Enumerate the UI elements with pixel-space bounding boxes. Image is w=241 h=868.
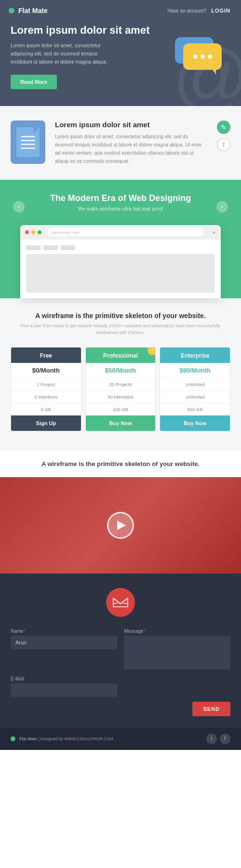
feature-title: Lorem ipsum dolor sit amet <box>55 120 207 129</box>
browser-dot-yellow <box>31 230 35 234</box>
email-input[interactable] <box>11 683 117 697</box>
pricing-feature-free-2: 5 Members <box>11 390 81 403</box>
footer-facebook-button[interactable]: f <box>220 734 230 744</box>
pricing-header-professional: Professional ✓ <box>86 347 156 363</box>
name-required-star: * <box>24 628 26 634</box>
feature-edit-button[interactable]: ✎ <box>217 120 230 134</box>
pricing-section: A wireframe is the primitive skeleton of… <box>0 298 241 451</box>
wireframe-text: A wireframe is the primitive skeleton of… <box>11 460 230 467</box>
designing-title: The Modern Era of Web Designing <box>29 193 212 203</box>
chat-dot-5 <box>201 54 205 59</box>
pricing-subtitle: Pick a plan from below to get started! A… <box>11 322 230 336</box>
browser-nav-item-2 <box>43 245 58 250</box>
hero-illustration <box>168 35 230 78</box>
mail-icon <box>112 597 129 608</box>
doc-page <box>16 127 40 157</box>
doc-lines <box>21 136 35 151</box>
pricing-name-free: Free <box>40 352 52 359</box>
name-input[interactable] <box>11 636 117 649</box>
hero-description: Lorem ipsum dolor sit amet, consectetur … <box>11 41 112 66</box>
pricing-feature-pro-2: 50 Members <box>86 390 156 403</box>
login-button[interactable]: LOGIN <box>211 8 230 13</box>
feature-icon <box>11 120 45 164</box>
email-label: E-Mail <box>11 676 117 681</box>
footer-twitter-button[interactable]: t <box>206 734 217 744</box>
pricing-feature-free-3: 5 GB <box>11 403 81 415</box>
logo-dot <box>9 8 14 13</box>
hero-cta-button[interactable]: Read More <box>11 75 57 89</box>
pricing-price-professional: $50/Month <box>86 363 156 378</box>
pricing-name-professional: Professional <box>103 352 138 359</box>
pricing-btn-enterprise[interactable]: Buy Now <box>160 415 230 431</box>
nav-right: Have an account? LOGIN <box>168 8 230 13</box>
pricing-card-professional: Professional ✓ $50/Month 20 Projects 50 … <box>85 347 156 431</box>
browser-plus-icon: + <box>212 228 216 236</box>
message-required-star: * <box>144 628 146 634</box>
chat-dot-6 <box>208 54 212 59</box>
form-group-empty <box>124 676 230 697</box>
footer: Flat Mate | Designed by WWW.CSSAUTHOR.CO… <box>0 728 241 750</box>
message-label: Message* <box>124 628 230 634</box>
form-group-message: Message* <box>124 628 230 671</box>
contact-icon-wrap <box>11 588 230 617</box>
doc-line-3 <box>21 144 35 145</box>
form-row-email: E-Mail <box>11 676 230 697</box>
footer-social-links: t f <box>206 734 230 744</box>
play-triangle-icon <box>117 521 126 530</box>
footer-logo-text: Flat Mate | Designed by WWW.CSSAUTHOR.CO… <box>19 736 113 741</box>
pricing-header-enterprise: Enterprise <box>160 347 230 363</box>
send-button[interactable]: SEND <box>192 702 230 716</box>
footer-left: Flat Mate | Designed by WWW.CSSAUTHOR.CO… <box>11 736 113 741</box>
pricing-feature-ent-1: Unlimited <box>160 378 230 390</box>
designing-center: The Modern Era of Web Designing We make … <box>25 193 216 220</box>
contact-section: Name* Message* E-Mail SEND <box>0 574 241 728</box>
pricing-card-enterprise: Enterprise $90/Month Unlimited Unlimited… <box>160 347 230 431</box>
chat-bubbles-icon <box>173 35 226 78</box>
video-play-button[interactable] <box>107 512 134 539</box>
contact-form: Name* Message* E-Mail SEND <box>11 628 230 716</box>
chat-bubble-yellow <box>183 43 222 70</box>
form-group-email: E-Mail <box>11 676 117 697</box>
browser-url-text: squarethon.com <box>52 230 79 235</box>
hero-title: Lorem ipsum dolor sit amet <box>11 24 168 37</box>
login-prompt: Have an account? <box>168 8 207 13</box>
pricing-feature-ent-3: 500 GB <box>160 403 230 415</box>
hero-text: Lorem ipsum dolor sit amet Lorem ipsum d… <box>11 24 168 89</box>
chat-dot-4 <box>193 54 198 59</box>
browser-dot-red <box>25 230 29 234</box>
chat-bubble-tail <box>212 69 216 75</box>
doc-line-2 <box>21 140 35 141</box>
form-submit-row: SEND <box>11 702 230 716</box>
feature-text: Lorem ipsum dolor sit amet Lorem ipsum d… <box>55 120 207 165</box>
feature-link-button[interactable]: f <box>217 138 230 151</box>
hero-content: Lorem ipsum dolor sit amet Lorem ipsum d… <box>0 19 241 104</box>
pricing-feature-pro-1: 20 Projects <box>86 378 156 390</box>
wireframe-text-section: A wireframe is the primitive skeleton of… <box>0 451 241 477</box>
browser-mockup: squarethon.com + <box>20 225 221 298</box>
browser-url-bar[interactable]: squarethon.com <box>48 228 204 236</box>
browser-body <box>20 240 221 298</box>
pricing-btn-free[interactable]: Sign Up <box>11 415 81 431</box>
hero-section: @ Flat Mate Have an account? LOGIN Lorem… <box>0 0 241 106</box>
pricing-price-free: $0/Month <box>11 363 81 378</box>
browser-dot-green <box>38 230 41 234</box>
pricing-badge-professional: ✓ <box>147 347 156 355</box>
pricing-name-enterprise: Enterprise <box>181 352 209 359</box>
designing-section: ‹ The Modern Era of Web Designing We mak… <box>0 180 241 298</box>
carousel-prev-button[interactable]: ‹ <box>13 201 25 213</box>
pricing-header-free: Free <box>11 347 81 363</box>
feature-section: Lorem ipsum dolor sit amet Lorem ipsum d… <box>0 106 241 180</box>
pricing-price-enterprise: $90/Month <box>160 363 230 378</box>
pricing-cards: Free $0/Month 1 Project 5 Members 5 GB S… <box>11 347 230 431</box>
pricing-btn-professional[interactable]: Buy Now <box>86 415 156 431</box>
carousel-controls: ‹ The Modern Era of Web Designing We mak… <box>11 193 230 220</box>
pricing-card-free: Free $0/Month 1 Project 5 Members 5 GB S… <box>11 347 81 431</box>
logo: Flat Mate <box>9 7 48 14</box>
video-section <box>0 477 241 574</box>
browser-nav-item-1 <box>26 245 40 250</box>
doc-line-4 <box>21 147 35 149</box>
message-textarea[interactable] <box>124 636 230 669</box>
carousel-next-button[interactable]: › <box>216 201 228 213</box>
pricing-title: A wireframe is the primitive skeleton of… <box>11 312 230 320</box>
browser-content-area <box>26 254 215 293</box>
